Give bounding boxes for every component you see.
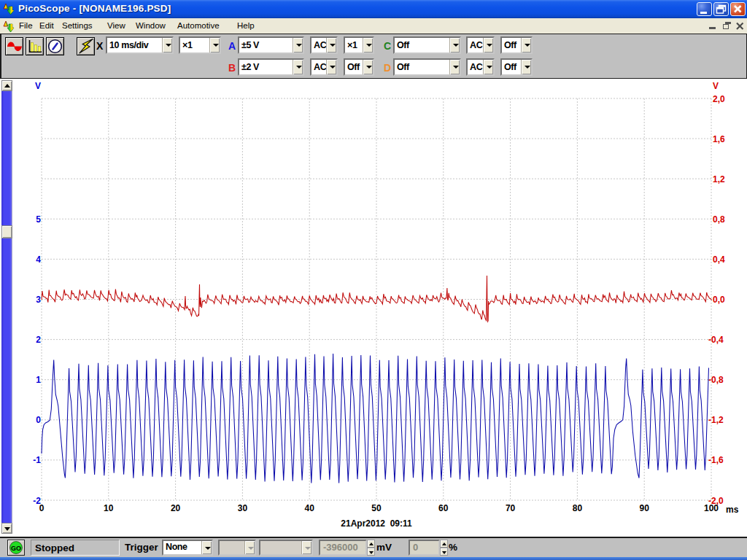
svg-text:1: 1 (36, 375, 41, 385)
svg-text:2,0: 2,0 (713, 94, 725, 104)
svg-text:0,8: 0,8 (713, 214, 725, 225)
svg-text:10: 10 (104, 503, 114, 513)
svg-text:-1: -1 (33, 455, 41, 465)
svg-text:4: 4 (36, 254, 41, 265)
svg-text:2: 2 (36, 335, 41, 345)
svg-text:100: 100 (704, 503, 719, 513)
svg-text:0,0: 0,0 (713, 295, 725, 305)
svg-text:ms: ms (726, 505, 739, 515)
svg-text:-0,4: -0,4 (708, 335, 724, 345)
svg-text:1,6: 1,6 (713, 134, 725, 144)
svg-text:V: V (35, 81, 41, 91)
svg-text:V: V (713, 81, 719, 91)
svg-text:30: 30 (238, 503, 248, 513)
svg-text:-1,2: -1,2 (708, 415, 724, 425)
svg-text:80: 80 (573, 503, 583, 513)
svg-text:0: 0 (36, 415, 41, 425)
svg-text:60: 60 (438, 503, 449, 513)
svg-text:1,2: 1,2 (713, 174, 725, 184)
svg-text:GO: GO (11, 545, 21, 552)
svg-text:3: 3 (36, 295, 41, 305)
svg-text:40: 40 (305, 503, 315, 513)
svg-text:20: 20 (171, 503, 181, 513)
svg-text:50: 50 (371, 503, 382, 513)
svg-text:-1,6: -1,6 (708, 455, 724, 465)
svg-text:0: 0 (39, 503, 44, 513)
svg-text:70: 70 (506, 503, 516, 513)
svg-text:21Apr2012 09:11: 21Apr2012 09:11 (341, 518, 412, 529)
svg-text:5: 5 (36, 214, 41, 225)
svg-text:90: 90 (640, 503, 650, 513)
svg-text:-0,8: -0,8 (708, 375, 724, 385)
svg-text:0,4: 0,4 (713, 254, 725, 265)
